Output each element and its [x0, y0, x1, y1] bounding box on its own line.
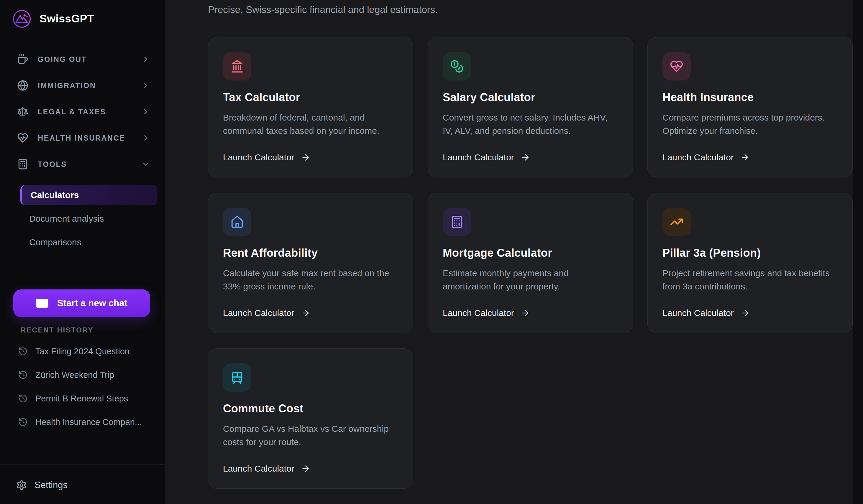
launch-calculator-link[interactable]: Launch Calculator	[223, 464, 398, 474]
start-new-chat-button[interactable]: Start a new chat	[13, 289, 150, 317]
launch-calculator-label: Launch Calculator	[662, 308, 734, 318]
history-icon	[18, 370, 28, 379]
card-title: Commute Cost	[223, 402, 398, 415]
sidebar-item-legal-taxes[interactable]: LEGAL & TAXES	[17, 102, 150, 121]
sidebar: SwissGPT GOING OUT IMMIGRATION LEGAL & T…	[0, 0, 165, 504]
history-item[interactable]: Permit B Renewal Steps	[18, 388, 153, 409]
arrow-right-icon	[521, 153, 530, 162]
coins-icon	[443, 52, 471, 80]
launch-calculator-label: Launch Calculator	[223, 152, 295, 163]
history-item[interactable]: Health Insurance Compari...	[18, 412, 153, 433]
card-title: Tax Calculator	[223, 91, 398, 104]
sidebar-item-label: HEALTH INSURANCE	[38, 134, 141, 142]
history-item-label: Health Insurance Compari...	[35, 417, 142, 427]
launch-calculator-link[interactable]: Launch Calculator	[662, 152, 838, 163]
subnav-item-document-analysis[interactable]: Document analysis	[20, 209, 158, 229]
card-title: Health Insurance	[662, 91, 838, 104]
tram-icon	[223, 363, 251, 392]
subnav-item-label: Comparisons	[29, 237, 82, 247]
sidebar-item-going-out[interactable]: GOING OUT	[17, 50, 150, 69]
card-mortgage-calculator: Mortgage Calculator Estimate monthly pay…	[428, 193, 633, 333]
card-health-insurance: Health Insurance Compare premiums across…	[647, 37, 853, 178]
launch-calculator-link[interactable]: Launch Calculator	[223, 152, 398, 163]
calculator-grid: Tax Calculator Breakdown of federal, can…	[208, 37, 863, 489]
sidebar-item-label: GOING OUT	[38, 55, 141, 64]
card-description: Compare GA vs Halbtax vs Car ownership c…	[223, 422, 397, 449]
subnav-item-label: Calculators	[31, 190, 79, 200]
app-logo: SwissGPT	[0, 0, 165, 38]
launch-calculator-label: Launch Calculator	[223, 308, 295, 318]
settings-button[interactable]: Settings	[16, 475, 165, 495]
history-icon	[18, 417, 28, 427]
chevron-right-icon	[141, 81, 150, 90]
sidebar-item-immigration[interactable]: IMMIGRATION	[17, 76, 150, 95]
subnav-item-label: Document analysis	[29, 214, 104, 224]
history-icon	[18, 394, 28, 403]
sidebar-item-label: LEGAL & TAXES	[38, 107, 141, 116]
settings-label: Settings	[35, 480, 67, 490]
sidebar-nav: GOING OUT IMMIGRATION LEGAL & TAXES HEAL…	[0, 38, 165, 181]
history-item[interactable]: Tax Filing 2024 Question	[18, 341, 153, 362]
card-rent-affordability: Rent Affordability Calculate your safe m…	[208, 193, 413, 333]
arrow-right-icon	[740, 153, 750, 162]
tools-subnav: Calculators Document analysis Comparison…	[0, 181, 165, 256]
sidebar-item-health-insurance[interactable]: HEALTH INSURANCE	[17, 129, 150, 147]
card-title: Salary Calculator	[443, 91, 618, 104]
launch-calculator-link[interactable]: Launch Calculator	[223, 308, 398, 318]
card-salary-calculator: Salary Calculator Convert gross to net s…	[428, 37, 633, 178]
history-item[interactable]: Zürich Weekend Trip	[18, 364, 153, 386]
heart-pulse-icon	[17, 132, 29, 144]
launch-calculator-label: Launch Calculator	[662, 152, 734, 163]
card-description: Estimate monthly payments and amortizati…	[443, 267, 617, 293]
landmark-icon	[223, 52, 251, 80]
launch-calculator-label: Launch Calculator	[443, 152, 514, 163]
launch-calculator-link[interactable]: Launch Calculator	[662, 308, 838, 318]
history-icon	[18, 347, 28, 356]
main-content: Precise, Swiss-specific financial and le…	[165, 0, 863, 504]
scroll-rail	[853, 0, 863, 504]
card-description: Project retirement savings and tax benef…	[662, 267, 836, 293]
sidebar-item-tools[interactable]: TOOLS	[17, 155, 150, 173]
card-description: Compare premiums across top providers. O…	[662, 111, 836, 137]
card-title: Mortgage Calculator	[443, 247, 618, 259]
chevron-right-icon	[141, 55, 150, 64]
scale-icon	[17, 106, 29, 117]
sidebar-footer: Settings	[0, 465, 165, 504]
sidebar-item-label: IMMIGRATION	[38, 81, 141, 90]
subnav-item-calculators[interactable]: Calculators	[20, 185, 158, 205]
trending-up-icon	[662, 208, 691, 236]
arrow-right-icon	[301, 308, 310, 318]
launch-calculator-label: Launch Calculator	[223, 464, 295, 474]
swissgpt-logo-icon	[12, 9, 32, 29]
page-subtitle: Precise, Swiss-specific financial and le…	[208, 4, 863, 15]
chevron-down-icon	[141, 160, 150, 169]
sidebar-item-label: TOOLS	[38, 160, 141, 169]
launch-calculator-label: Launch Calculator	[443, 308, 514, 318]
card-description: Calculate your safe max rent based on th…	[223, 267, 397, 293]
launch-calculator-link[interactable]: Launch Calculator	[443, 308, 618, 318]
card-description: Convert gross to net salary. Includes AH…	[443, 111, 617, 137]
app-title: SwissGPT	[39, 13, 94, 25]
card-description: Breakdown of federal, cantonal, and comm…	[223, 111, 397, 137]
new-chat-icon	[36, 299, 48, 308]
heart-pulse-icon	[662, 52, 691, 80]
globe-icon	[17, 80, 29, 91]
card-title: Pillar 3a (Pension)	[662, 247, 838, 259]
arrow-right-icon	[521, 308, 530, 318]
chevron-right-icon	[141, 133, 150, 142]
arrow-right-icon	[740, 308, 750, 318]
history-item-label: Zürich Weekend Trip	[35, 370, 114, 380]
history-item-label: Tax Filing 2024 Question	[35, 347, 129, 356]
recent-history-heading: RECENT HISTORY	[21, 326, 165, 334]
launch-calculator-link[interactable]: Launch Calculator	[443, 152, 618, 163]
calculator-icon	[17, 158, 29, 170]
start-new-chat-label: Start a new chat	[57, 298, 127, 309]
home-icon	[223, 208, 251, 236]
history-item-label: Permit B Renewal Steps	[35, 394, 128, 403]
card-commute-cost: Commute Cost Compare GA vs Halbtax vs Ca…	[208, 348, 413, 489]
calculator-icon	[443, 208, 471, 236]
gear-icon	[16, 480, 27, 490]
card-tax-calculator: Tax Calculator Breakdown of federal, can…	[208, 37, 413, 178]
subnav-item-comparisons[interactable]: Comparisons	[20, 232, 158, 252]
recent-history-list: Tax Filing 2024 Question Zürich Weekend …	[0, 341, 165, 435]
